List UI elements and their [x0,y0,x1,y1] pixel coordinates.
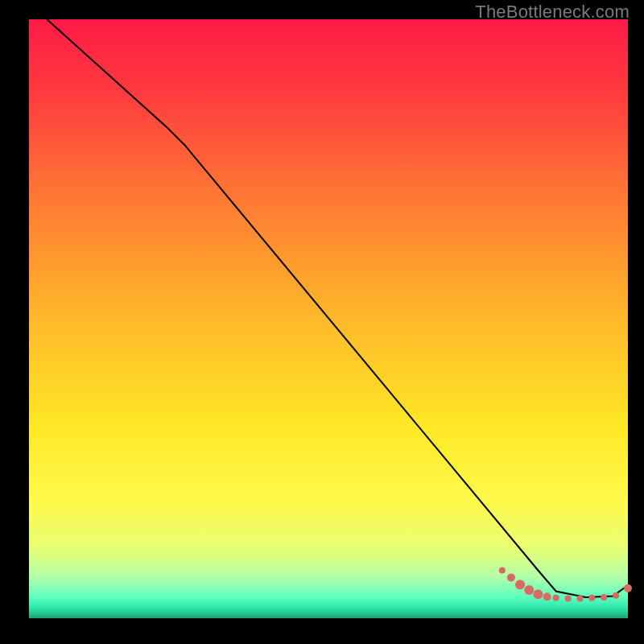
scatter-point [577,595,584,601]
bottleneck-chart [0,0,644,644]
scatter-point [515,580,525,589]
scatter-point [553,595,559,601]
scatter-point [613,592,619,599]
watermark-text: TheBottleneck.com [475,2,630,23]
scatter-point [624,584,632,592]
scatter-point [507,573,515,581]
scatter-point [588,595,595,601]
scatter-point [524,585,534,595]
scatter-point [565,595,572,601]
scatter-point [533,589,543,599]
scatter-point [499,568,506,574]
scatter-point [543,592,551,601]
scatter-point [601,594,607,601]
